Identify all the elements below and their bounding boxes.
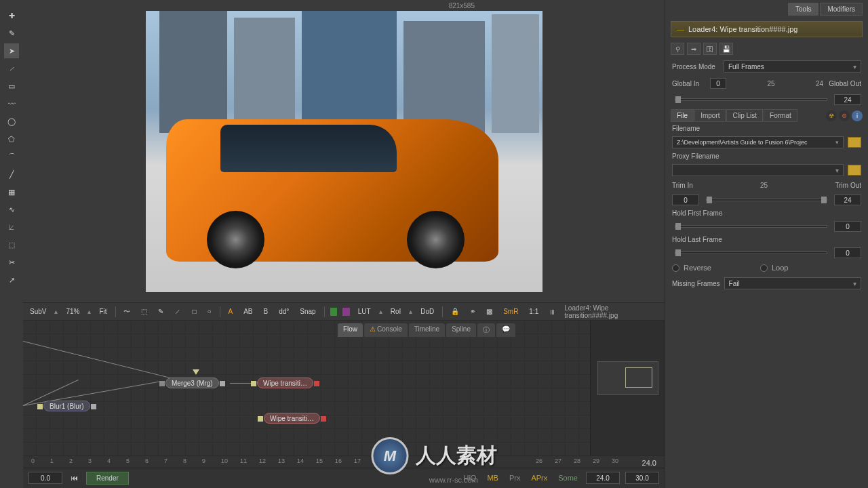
tab-info-icon[interactable]: ⓘ xyxy=(477,323,495,337)
tab-format[interactable]: Format xyxy=(764,109,797,122)
tool-brush-icon[interactable]: ✎ xyxy=(4,26,19,41)
lock-icon[interactable]: 🔒 xyxy=(448,306,462,317)
render-button[interactable]: Render xyxy=(86,472,129,485)
circle2-icon[interactable]: ○ xyxy=(205,306,214,317)
subv-menu[interactable]: SubV xyxy=(27,306,49,317)
missing-frames-select[interactable]: Fail xyxy=(724,277,861,289)
tab-file[interactable]: File xyxy=(671,109,694,122)
channel-a[interactable]: A xyxy=(225,306,235,317)
tool-angle-icon[interactable]: ⟀ xyxy=(4,220,19,235)
hold-last-slider[interactable] xyxy=(675,251,827,254)
global-in-field[interactable] xyxy=(710,78,726,89)
tab-timeline[interactable]: Timeline xyxy=(409,323,445,337)
trim-slider[interactable] xyxy=(706,199,827,201)
snap-button[interactable]: Snap xyxy=(297,306,318,317)
tool-wand-icon[interactable]: ⟋ xyxy=(4,61,19,76)
zoom-level[interactable]: 71% xyxy=(63,306,82,317)
tool-arrow-icon[interactable]: ➤ xyxy=(4,43,19,58)
viewer[interactable]: 821x585 xyxy=(23,0,665,302)
tab-tools[interactable]: Tools xyxy=(788,3,818,16)
channel-b[interactable]: B xyxy=(260,306,271,317)
smr-button[interactable]: SmR xyxy=(500,306,521,317)
tool-wave-icon[interactable]: ∿ xyxy=(4,202,19,217)
gear-icon[interactable]: ⚙ xyxy=(839,110,850,121)
tool-move-icon[interactable]: ↗ xyxy=(4,272,19,287)
play-back-icon[interactable]: ⏮ xyxy=(68,472,81,483)
dod-button[interactable]: DoD xyxy=(418,306,437,317)
scale-button[interactable]: 1:1 xyxy=(526,306,541,317)
tool-marquee-icon[interactable]: ⬚ xyxy=(4,237,19,252)
time-range-field[interactable] xyxy=(625,472,659,484)
prx-toggle[interactable]: Prx xyxy=(507,472,524,483)
flow-navigator[interactable] xyxy=(590,321,665,455)
mb-toggle[interactable]: MB xyxy=(484,472,501,483)
square-icon[interactable]: □ xyxy=(189,306,199,317)
tab-cliplist[interactable]: Clip List xyxy=(726,109,763,122)
wave-icon[interactable]: 〜 xyxy=(121,306,133,318)
flow-canvas[interactable]: Flow Console Timeline Spline ⓘ 💬 Merge3 … xyxy=(23,321,590,455)
channel-ab[interactable]: AB xyxy=(241,306,255,317)
node-wipe2[interactable]: Wipe transiti… xyxy=(264,413,320,424)
time-current-field[interactable] xyxy=(586,472,620,484)
lut-button[interactable]: LUT xyxy=(355,306,374,317)
global-slider[interactable] xyxy=(675,98,827,101)
trim-in-field[interactable] xyxy=(672,195,699,205)
dd-button[interactable]: dd° xyxy=(276,306,292,317)
tab-chat-icon[interactable]: 💬 xyxy=(496,323,515,337)
trim-out-label: Trim Out xyxy=(829,182,861,189)
panel-header[interactable]: Loader4: Wipe transition####.jpg xyxy=(671,21,863,37)
aprx-toggle[interactable]: APrx xyxy=(528,472,550,483)
node-wipe1[interactable]: Wipe transiti… xyxy=(257,378,313,388)
tool-cut-icon[interactable]: ✂ xyxy=(4,255,19,270)
wand2-icon[interactable]: ⟋ xyxy=(172,306,184,317)
bars-icon[interactable]: ⫼ xyxy=(547,306,559,317)
roi-button[interactable]: RoI xyxy=(388,306,404,317)
some-toggle[interactable]: Some xyxy=(555,472,580,483)
tool-curve-icon[interactable]: 〰 xyxy=(4,96,19,111)
trim-out-field[interactable] xyxy=(834,195,861,205)
tool-line-icon[interactable]: ╱ xyxy=(4,167,19,182)
arrow-icon[interactable]: ➡ xyxy=(687,43,701,55)
filename-field[interactable]: Z:\Development\Artists Guide to Fusion 6… xyxy=(672,136,844,148)
pencil-icon[interactable]: ✎ xyxy=(155,306,166,317)
checker-icon[interactable]: ▩ xyxy=(484,306,495,317)
tool-rect-icon[interactable]: ▭ xyxy=(4,79,19,94)
tree-icon[interactable]: ⬚ xyxy=(138,306,150,317)
time-start-field[interactable] xyxy=(28,472,62,484)
color-purple[interactable] xyxy=(342,308,350,316)
tab-modifiers[interactable]: Modifiers xyxy=(820,3,863,16)
key-icon[interactable]: ⚿ xyxy=(703,43,717,55)
trim-in-label: Trim In xyxy=(672,182,699,189)
pin-icon[interactable]: ⚲ xyxy=(671,43,684,55)
browse-proxy-button[interactable] xyxy=(848,165,861,176)
node-blur1[interactable]: Blur1 (Blur) xyxy=(43,401,90,411)
proxy-field[interactable] xyxy=(672,164,844,176)
color-green[interactable] xyxy=(330,308,338,316)
time-ruler[interactable]: 0 1 2 3 4 5 6 7 8 9 10 11 12 13 14 15 16… xyxy=(23,456,665,468)
hold-first-slider[interactable] xyxy=(675,225,827,228)
hold-last-field[interactable] xyxy=(834,247,861,258)
merge-mask-port[interactable] xyxy=(193,369,199,375)
fit-button[interactable]: Fit xyxy=(96,306,109,317)
tab-spline[interactable]: Spline xyxy=(446,323,476,337)
time-end-display: 24.0 xyxy=(642,459,656,467)
global-out-field[interactable] xyxy=(834,94,861,105)
tab-console[interactable]: Console xyxy=(364,323,408,337)
loop-radio[interactable] xyxy=(760,264,768,272)
tab-flow[interactable]: Flow xyxy=(338,323,363,337)
process-mode-select[interactable]: Full Frames xyxy=(724,60,861,73)
tool-circle-icon[interactable]: ◯ xyxy=(4,114,19,129)
link-icon[interactable]: ⚭ xyxy=(467,306,478,317)
hold-first-field[interactable] xyxy=(834,221,861,232)
tool-add-icon[interactable]: ✚ xyxy=(4,8,19,23)
tab-import[interactable]: Import xyxy=(694,109,726,122)
nuclear-icon[interactable]: ☢ xyxy=(826,110,837,121)
browse-filename-button[interactable] xyxy=(848,137,861,148)
info-icon[interactable]: i xyxy=(852,110,863,121)
tool-poly-icon[interactable]: ⬠ xyxy=(4,131,19,146)
tool-grid-icon[interactable]: ▦ xyxy=(4,184,19,199)
disk-icon[interactable]: 💾 xyxy=(719,43,733,55)
node-merge3[interactable]: Merge3 (Mrg) xyxy=(165,378,219,388)
tool-path-icon[interactable]: ⌒ xyxy=(4,149,19,164)
reverse-radio[interactable] xyxy=(672,264,679,272)
